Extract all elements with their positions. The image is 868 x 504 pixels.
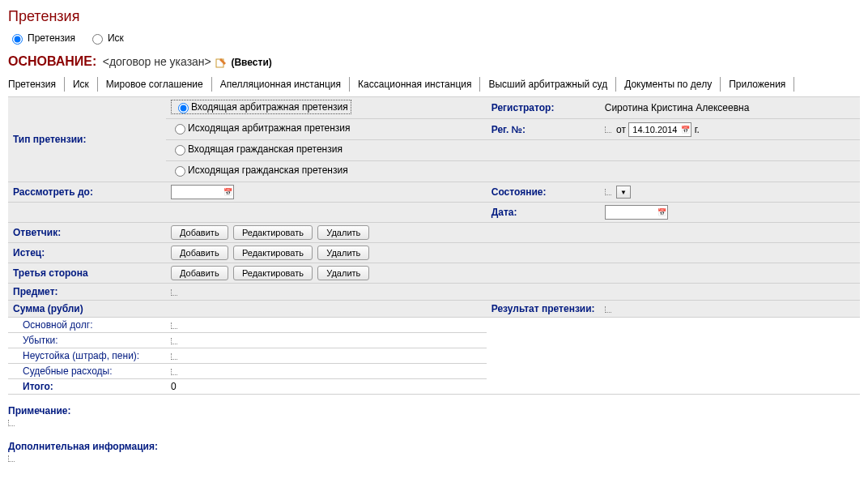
respondent-add-button[interactable]: Добавить	[171, 225, 228, 240]
date-label: Дата:	[487, 203, 600, 223]
g-label: г.	[695, 124, 700, 135]
sum-label: Сумма (рубли)	[8, 301, 166, 318]
claim-type-opt4[interactable]: Исходящая гражданская претензия	[171, 164, 348, 177]
extra-info-label: Дополнительная информация:	[8, 441, 860, 452]
third-party-label: Третья сторона	[8, 263, 166, 284]
plaintiff-delete-button[interactable]: Удалить	[317, 246, 369, 260]
claim-type-opt1-label: Входящая арбитражная претензия	[191, 101, 348, 113]
radio-isk[interactable]: Иск	[88, 32, 124, 45]
radio-isk-label: Иск	[108, 32, 124, 44]
corner-mark-icon	[171, 338, 177, 344]
claim-type-opt3[interactable]: Входящая гражданская претензия	[171, 143, 343, 156]
osnovanie-row: ОСНОВАНИЕ: <договор не указан> (Ввести)	[8, 54, 860, 69]
claim-type-opt3-label: Входящая гражданская претензия	[188, 143, 343, 155]
date-input[interactable]	[607, 207, 656, 218]
osnovanie-enter-link[interactable]: (Ввести)	[231, 57, 271, 68]
thirdparty-delete-button[interactable]: Удалить	[317, 266, 369, 280]
losses-label: Убытки:	[8, 333, 166, 348]
calendar-icon[interactable]: 📅	[681, 126, 689, 134]
reg-no-cell: от 📅 г.	[600, 119, 860, 140]
result-label: Результат претензии:	[487, 301, 600, 318]
radio-pretenziya-label: Претензия	[28, 32, 75, 44]
thirdparty-edit-button[interactable]: Редактировать	[233, 266, 313, 280]
plaintiff-add-button[interactable]: Добавить	[171, 246, 228, 260]
status-dropdown[interactable]: ▼	[616, 186, 631, 199]
tab-kass[interactable]: Кассационная инстанция	[350, 77, 480, 92]
radio-pretenziya[interactable]: Претензия	[8, 32, 75, 45]
corner-mark-icon	[8, 420, 15, 426]
principal-label: Основной долг:	[8, 318, 166, 333]
court-costs-label: Судебные расходы:	[8, 364, 166, 379]
osnovanie-label: ОСНОВАНИЕ:	[8, 54, 96, 68]
registrar-value: Сиротина Кристина Алексеевна	[600, 97, 860, 119]
date-input-box[interactable]: 📅	[605, 205, 668, 220]
tab-documents[interactable]: Документы по делу	[616, 77, 721, 92]
tab-attachments[interactable]: Приложения	[721, 77, 794, 92]
claim-type-opt2-label: Исходящая арбитражная претензия	[188, 122, 351, 134]
reg-no-label: Рег. №:	[487, 119, 600, 140]
registrar-label: Регистратор:	[487, 97, 600, 119]
claim-type-label: Тип претензии:	[8, 97, 166, 182]
reg-date-input-box[interactable]: 📅	[628, 122, 691, 137]
claim-type-opt4-label: Исходящая гражданская претензия	[188, 164, 348, 176]
note-label: Примечание:	[8, 405, 860, 416]
plaintiff-label: Истец:	[8, 243, 166, 263]
subject-label: Предмет:	[8, 284, 166, 301]
reg-date-input[interactable]	[631, 124, 679, 135]
page-title: Претензия	[8, 8, 860, 25]
corner-mark-icon	[8, 455, 15, 462]
consider-until-input[interactable]	[173, 186, 222, 198]
corner-mark-icon	[171, 289, 177, 296]
status-label: Состояние:	[487, 182, 600, 203]
consider-until-label: Рассмотреть до:	[8, 182, 166, 203]
total-label: Итого:	[8, 379, 166, 395]
osnovanie-value: <договор не указан>	[103, 55, 211, 68]
radio-isk-input[interactable]	[92, 34, 103, 45]
respondent-label: Ответчик:	[8, 223, 166, 243]
corner-mark-icon	[171, 322, 177, 329]
claim-type-opt2[interactable]: Исходящая арбитражная претензия	[171, 122, 351, 135]
form-table: Тип претензии: Входящая арбитражная прет…	[8, 96, 860, 395]
corner-mark-icon	[171, 353, 177, 360]
ot-label: от	[616, 124, 626, 135]
penalty-label: Неустойка (штраф, пени):	[8, 348, 166, 364]
doc-type-selector: Претензия Иск	[8, 32, 860, 45]
consider-until-input-box[interactable]: 📅	[171, 185, 234, 199]
edit-icon[interactable]	[215, 58, 227, 69]
claim-type-opt1[interactable]: Входящая арбитражная претензия	[171, 100, 351, 114]
claim-type-opt2-radio[interactable]	[175, 124, 185, 135]
claim-type-opt4-radio[interactable]	[175, 166, 185, 177]
plaintiff-edit-button[interactable]: Редактировать	[233, 246, 313, 260]
tab-mirovoe[interactable]: Мировое соглашение	[98, 77, 212, 92]
tabs: Претензия Иск Мировое соглашение Апелляц…	[8, 77, 860, 92]
corner-mark-icon	[605, 189, 611, 195]
claim-type-opt3-radio[interactable]	[175, 145, 185, 156]
status-cell: ▼	[600, 182, 860, 203]
tab-vas[interactable]: Высший арбитражный суд	[480, 77, 616, 92]
tab-apell[interactable]: Апелляционная инстанция	[212, 77, 350, 92]
thirdparty-add-button[interactable]: Добавить	[171, 266, 228, 280]
respondent-edit-button[interactable]: Редактировать	[233, 225, 313, 240]
respondent-delete-button[interactable]: Удалить	[317, 225, 369, 240]
calendar-icon[interactable]: 📅	[657, 208, 666, 216]
calendar-icon[interactable]: 📅	[223, 188, 232, 196]
corner-mark-icon	[171, 369, 177, 375]
tab-pretenziya[interactable]: Претензия	[8, 77, 65, 92]
tab-isk[interactable]: Иск	[65, 77, 98, 92]
radio-pretenziya-input[interactable]	[12, 34, 23, 45]
total-value: 0	[166, 379, 487, 395]
claim-type-opt1-radio[interactable]	[178, 103, 189, 113]
corner-mark-icon	[605, 126, 611, 133]
corner-mark-icon	[605, 306, 611, 313]
